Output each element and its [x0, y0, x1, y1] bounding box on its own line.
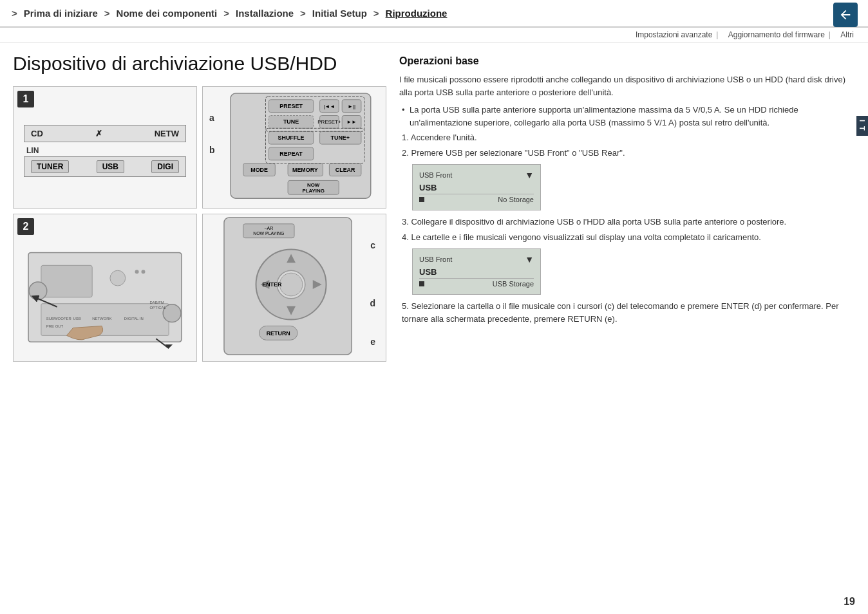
display-mockup-2: USB Front ▼ USB USB Storage — [412, 248, 541, 295]
diagram-remote-bottom: c d e ~AR NOW PLAYING — [202, 214, 386, 362]
nav-item-installazione[interactable]: Installazione — [231, 5, 299, 21]
body-text-1: I file musicali possono essere riprodott… — [399, 73, 855, 98]
display1-wifi-icon: ▼ — [525, 170, 534, 180]
svg-text:MODE: MODE — [250, 167, 268, 173]
display1-square-icon — [419, 197, 424, 202]
tuner-button: TUNER — [31, 160, 69, 173]
svg-text:TUNE+: TUNE+ — [331, 135, 350, 141]
nav-separator-2: > — [222, 8, 231, 19]
svg-text:NOW PLAYING: NOW PLAYING — [253, 231, 284, 236]
unit-bottom-bar: TUNER USB DIGI — [24, 156, 186, 177]
page-content: Dispositivo di archiviazione USB/HDD 1 C… — [0, 42, 868, 372]
display-mockup-1: USB Front ▼ USB No Storage — [412, 164, 541, 210]
diagram-label-1: 1 — [17, 91, 34, 107]
diagrams-grid: 1 CD ✗ NETW LIN TUNER USB DIGI — [13, 86, 386, 362]
sub-nav-aggiornamento[interactable]: Aggiornamento del firmware — [724, 30, 835, 39]
svg-text:PRESET+: PRESET+ — [317, 119, 341, 125]
svg-text:MEMORY: MEMORY — [292, 167, 318, 173]
remote-top-svg: PRESET |◄◄ ►|| TUNE PRESET+ ►► SHUFFLE — [203, 87, 386, 208]
step-1: 1. Accendere l'unità. — [399, 131, 855, 144]
svg-text:CLEAR: CLEAR — [335, 167, 355, 173]
nav-separator-1: > — [103, 8, 111, 19]
page-number: 19 — [844, 596, 855, 608]
svg-point-41 — [29, 282, 47, 300]
remote-bottom-svg: ~AR NOW PLAYING i ENTER — [203, 214, 386, 361]
display2-wifi-icon: ▼ — [525, 254, 534, 265]
svg-text:~AR: ~AR — [265, 226, 274, 230]
lin-label: LIN — [24, 145, 186, 156]
step-5: 5. Selezionare la cartella o il file mus… — [399, 300, 855, 325]
display2-square-icon — [419, 281, 424, 286]
svg-text:DIGITAL IN: DIGITAL IN — [124, 317, 144, 321]
diagram-remote-top: a b PRESET |◄◄ ►|| TUNE — [202, 86, 386, 209]
nav-separator-4: > — [372, 8, 381, 19]
it-badge: I T — [856, 116, 868, 136]
unit-back-svg: SUBWOOFER USB NETWORK DIGITAL IN PRE OUT — [14, 214, 196, 361]
page-title: Dispositivo di archiviazione USB/HDD — [13, 53, 386, 75]
svg-text:OPTICAL: OPTICAL — [149, 306, 166, 310]
svg-point-33 — [135, 270, 139, 274]
diagram-unit-front: 1 CD ✗ NETW LIN TUNER USB DIGI — [13, 86, 197, 209]
diagram-label-2: 2 — [17, 218, 34, 235]
step-2: 2. Premere USB per selezionare "USB Fron… — [399, 147, 855, 160]
netw-label: NETW — [155, 129, 179, 138]
remote-label-d: d — [370, 298, 375, 308]
display2-usb: USB — [419, 267, 437, 277]
nav-item-nome[interactable]: Nome dei componenti — [111, 5, 223, 21]
unit-top-bar: CD ✗ NETW — [24, 125, 186, 142]
svg-text:|◄◄: |◄◄ — [324, 104, 335, 109]
svg-text:REPEAT: REPEAT — [279, 151, 303, 157]
diagram-unit-back: 2 SUBWOOFER USB NETWORK — [13, 214, 197, 362]
display1-usb: USB — [419, 183, 437, 192]
remote-label-b: b — [209, 145, 215, 155]
svg-text:►►: ►► — [346, 119, 357, 125]
display2-title: USB Front — [419, 256, 452, 263]
sub-nav-altri[interactable]: Altri — [836, 30, 858, 39]
right-column: Operazioni base I file musicali possono … — [399, 53, 855, 362]
svg-text:PRE OUT: PRE OUT — [46, 324, 64, 328]
section-title: Operazioni base — [399, 55, 855, 67]
back-icon — [838, 8, 853, 22]
svg-point-32 — [110, 270, 126, 286]
nav-separator-3: > — [299, 8, 307, 19]
svg-point-34 — [142, 270, 146, 274]
svg-text:SUBWOOFER: SUBWOOFER — [46, 317, 72, 321]
bluetooth-icon: ✗ — [95, 129, 102, 138]
svg-text:TUNE: TUNE — [283, 118, 299, 125]
svg-text:PLAYING: PLAYING — [302, 188, 324, 194]
nav-separator-0: > — [10, 8, 19, 19]
cd-label: CD — [31, 129, 43, 138]
nav-item-riproduzione[interactable]: Riproduzione — [381, 5, 453, 21]
bullet-text-1: La porta USB sulla parte anteriore suppo… — [399, 104, 855, 129]
nav-item-prima[interactable]: Prima di iniziare — [19, 5, 103, 21]
svg-rect-31 — [41, 265, 92, 297]
svg-text:RETURN: RETURN — [267, 330, 290, 337]
svg-text:DAB/FM: DAB/FM — [149, 301, 164, 304]
remote-label-a: a — [209, 113, 214, 123]
remote-label-e: e — [370, 337, 375, 347]
display1-storage: No Storage — [498, 196, 534, 203]
step-3: 3. Collegare il dispositivo di archiviaz… — [399, 216, 855, 228]
back-button[interactable] — [833, 3, 858, 27]
nav-item-setup[interactable]: Initial Setup — [307, 5, 372, 21]
sub-nav: Impostazioni avanzate Aggiornamento del … — [0, 28, 868, 42]
svg-text:NOW: NOW — [307, 182, 320, 188]
usb-button: USB — [97, 160, 124, 173]
remote-label-c: c — [370, 240, 375, 250]
svg-text:►||: ►|| — [348, 104, 355, 109]
svg-point-59 — [279, 273, 303, 296]
left-column: Dispositivo di archiviazione USB/HDD 1 C… — [13, 53, 386, 362]
svg-text:ENTER: ENTER — [262, 281, 282, 288]
display2-storage: USB Storage — [493, 280, 534, 288]
svg-text:USB: USB — [73, 317, 80, 321]
sub-nav-impostazioni[interactable]: Impostazioni avanzate — [632, 30, 722, 39]
svg-text:SHUFFLE: SHUFFLE — [278, 135, 305, 141]
display1-title: USB Front — [419, 171, 452, 179]
svg-text:NETWORK: NETWORK — [92, 317, 111, 321]
digi-button: DIGI — [151, 160, 179, 173]
top-nav: > Prima di iniziare > Nome dei component… — [0, 0, 868, 28]
svg-text:PRESET: PRESET — [279, 103, 303, 109]
step-4: 4. Le cartelle e i file musicali vengono… — [399, 231, 855, 244]
